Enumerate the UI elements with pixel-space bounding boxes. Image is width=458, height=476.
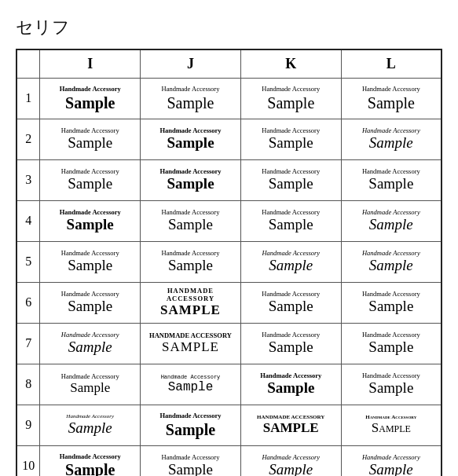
cell-7-J: HANDMADE ACCESSORY SAMPLE — [141, 323, 241, 364]
cell-2-I: Handmade Accessory Sample — [40, 119, 141, 159]
table-row: 2 Handmade Accessory Sample Handmade Acc… — [16, 119, 442, 159]
cell-5-K: Handmade Accessory Sample — [240, 241, 341, 282]
table-row: 4 Handmade Accessory Sample Handmade Acc… — [16, 200, 442, 241]
cell-9-J: Handmade Accessory Sample — [141, 405, 241, 445]
cell-4-I: Handmade Accessory Sample — [40, 200, 141, 241]
row-number: 6 — [16, 282, 40, 323]
cell-10-I: Handmade Accessory Sample — [40, 445, 141, 476]
col-header-empty — [16, 49, 40, 78]
cell-9-L: Handmade Accessory Sample — [341, 405, 442, 445]
row-number: 1 — [16, 78, 40, 119]
table-row: 7 Handmade Accessory Sample HANDMADE ACC… — [16, 323, 442, 364]
cell-2-J: Handmade Accessory Sample — [141, 119, 241, 159]
cell-7-I: Handmade Accessory Sample — [40, 323, 141, 364]
cell-10-K: Handmade Accessory Sample — [240, 445, 341, 476]
cell-3-L: Handmade Accessory Sample — [341, 159, 442, 200]
table-row: 3 Handmade Accessory Sample Handmade Acc… — [16, 159, 442, 200]
cell-8-J: Handmade Accessory Sample — [141, 364, 241, 405]
cell-10-L: Handmade Accessory Sample — [341, 445, 442, 476]
cell-7-L: Handmade Accessory Sample — [341, 323, 442, 364]
cell-1-K: Handmade Accessory Sample — [240, 78, 341, 119]
cell-2-L: Handmade Accessory Sample — [341, 119, 442, 159]
row-number: 4 — [16, 200, 40, 241]
table-row: 8 Handmade Accessory Sample Handmade Acc… — [16, 364, 442, 405]
cell-6-K: Handmade Accessory Sample — [240, 282, 341, 323]
cell-9-I: Handmade Accessory Sample — [40, 405, 141, 445]
cell-9-K: HANDMADE ACCESSORY SAMPLE — [240, 405, 341, 445]
row-number: 7 — [16, 323, 40, 364]
cell-10-J: Handmade Accessory Sample — [141, 445, 241, 476]
row-number: 9 — [16, 405, 40, 445]
row-number: 2 — [16, 119, 40, 159]
col-header-J: J — [141, 49, 241, 78]
cell-6-L: Handmade Accessory Sample — [341, 282, 442, 323]
cell-2-K: Handmade Accessory Sample — [240, 119, 341, 159]
table-row: 5 Handmade Accessory Sample Handmade Acc… — [16, 241, 442, 282]
cell-1-I: Handmade Accessory Sample — [40, 78, 141, 119]
table-row: 9 Handmade Accessory Sample Handmade Acc… — [16, 405, 442, 445]
table-row: 10 Handmade Accessory Sample Handmade Ac… — [16, 445, 442, 476]
cell-1-J: Handmade Accessory Sample — [141, 78, 241, 119]
cell-6-I: Handmade Accessory Sample — [40, 282, 141, 323]
row-number: 5 — [16, 241, 40, 282]
cell-8-L: Handmade Accessory Sample — [341, 364, 442, 405]
cell-8-I: Handmade Accessory Sample — [40, 364, 141, 405]
font-table: I J K L 1 Handmade Accessory Sample Hand… — [16, 49, 442, 476]
cell-5-J: Handmade Accessory Sample — [141, 241, 241, 282]
cell-3-I: Handmade Accessory Sample — [40, 159, 141, 200]
col-header-I: I — [40, 49, 141, 78]
col-header-K: K — [240, 49, 341, 78]
cell-6-J: HANDMADE ACCESSORY SAMPLE — [141, 282, 241, 323]
page-title: セリフ — [16, 16, 442, 39]
cell-4-K: Handmade Accessory Sample — [240, 200, 341, 241]
row-number: 10 — [16, 445, 40, 476]
cell-7-K: Handmade Accessory Sample — [240, 323, 341, 364]
row-number: 3 — [16, 159, 40, 200]
table-row: 1 Handmade Accessory Sample Handmade Acc… — [16, 78, 442, 119]
cell-3-K: Handmade Accessory Sample — [240, 159, 341, 200]
col-header-L: L — [341, 49, 442, 78]
cell-1-L: Handmade Accessory Sample — [341, 78, 442, 119]
cell-4-L: Handmade Accessory Sample — [341, 200, 442, 241]
table-row: 6 Handmade Accessory Sample HANDMADE ACC… — [16, 282, 442, 323]
cell-5-L: Handmade Accessory Sample — [341, 241, 442, 282]
cell-4-J: Handmade Accessory Sample — [141, 200, 241, 241]
cell-8-K: Handmade Accessory Sample — [240, 364, 341, 405]
cell-5-I: Handmade Accessory Sample — [40, 241, 141, 282]
row-number: 8 — [16, 364, 40, 405]
cell-3-J: Handmade Accessory Sample — [141, 159, 241, 200]
